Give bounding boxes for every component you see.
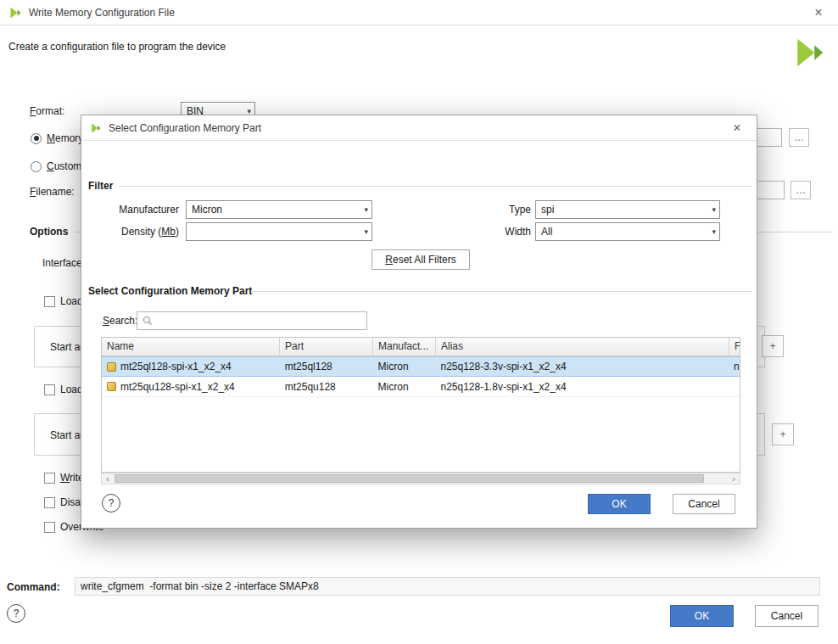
- table-row[interactable]: mt25ql128-spi-x1_x2_x4 mt25ql128 Micron …: [102, 356, 740, 377]
- xilinx-logo-icon: [8, 6, 22, 20]
- xilinx-logo: [792, 36, 826, 70]
- part-extra: n: [729, 357, 740, 376]
- density-dropdown[interactable]: ▾: [186, 222, 372, 241]
- scroll-left-icon[interactable]: ‹: [102, 473, 114, 484]
- type-label: Type: [480, 204, 531, 216]
- memory-part-icon: [107, 362, 116, 372]
- scrollbar-track[interactable]: [114, 473, 728, 484]
- memory-part-icon: [107, 382, 116, 391]
- main-dialog-title: Write Memory Configuration File: [29, 7, 175, 19]
- write-checkbox-row[interactable]: Write: [44, 472, 84, 484]
- width-dropdown[interactable]: All ▾: [535, 222, 720, 241]
- scroll-right-icon[interactable]: ›: [728, 473, 740, 484]
- add-file-button-2[interactable]: +: [772, 423, 794, 445]
- filename-label: Filename:: [30, 186, 75, 198]
- column-header-alias[interactable]: Alias: [436, 338, 729, 356]
- command-field[interactable]: write_cfgmem -format bin -size 2 -interf…: [75, 577, 820, 596]
- type-dropdown-value: spi: [541, 204, 708, 216]
- load-checkbox-label: Load: [60, 384, 83, 395]
- ok-button[interactable]: OK: [670, 605, 734, 627]
- density-label: Density (Mb): [98, 226, 179, 238]
- chevron-down-icon: ▾: [360, 227, 368, 236]
- interface-label: Interface: [42, 257, 82, 269]
- browse-memory-part-button[interactable]: …: [789, 128, 809, 147]
- part-dialog-title: Select Configuration Memory Part: [109, 122, 261, 134]
- write-memory-configuration-window: Write Memory Configuration File × Create…: [0, 0, 838, 644]
- close-icon[interactable]: ×: [726, 117, 748, 139]
- add-file-button-1[interactable]: +: [762, 335, 784, 357]
- help-button[interactable]: ?: [7, 604, 25, 623]
- part-dialog-titlebar: Select Configuration Memory Part ×: [81, 115, 757, 141]
- format-label: Format:: [30, 105, 64, 117]
- checkbox-unchecked-icon: [44, 384, 55, 395]
- command-label: Command:: [7, 581, 60, 593]
- table-header-row: Name Part Manufact... Alias F: [102, 338, 740, 356]
- column-header-name[interactable]: Name: [102, 338, 280, 356]
- part-alias: n25q128-3.3v-spi-x1_x2_x4: [435, 357, 729, 376]
- part-alias: n25q128-1.8v-spi-x1_x2_x4: [435, 377, 729, 396]
- radio-unselected-icon: [31, 161, 42, 172]
- checkbox-unchecked-icon: [44, 497, 55, 508]
- load-checkbox-label: Load: [60, 295, 83, 307]
- part-name: mt25qu128-spi-x1_x2_x4: [120, 381, 235, 393]
- manufacturer-dropdown[interactable]: Micron ▾: [186, 200, 372, 219]
- ok-button[interactable]: OK: [588, 494, 651, 514]
- part-number: mt25qu128: [280, 377, 373, 396]
- cancel-button[interactable]: Cancel: [755, 605, 818, 627]
- search-label: Search:: [103, 315, 137, 327]
- checkbox-unchecked-icon: [44, 473, 55, 484]
- chevron-down-icon: ▾: [708, 227, 716, 236]
- select-configuration-memory-part-dialog: Select Configuration Memory Part × Filte…: [81, 115, 757, 529]
- horizontal-scrollbar[interactable]: ‹ ›: [101, 473, 740, 484]
- disable-checkbox-label: Disa: [60, 496, 81, 508]
- load-bitstream-checkbox-row[interactable]: Load: [44, 295, 83, 307]
- checkbox-unchecked-icon: [44, 522, 55, 533]
- part-name: mt25ql128-spi-x1_x2_x4: [120, 361, 232, 372]
- part-manufacturer: Micron: [373, 357, 436, 376]
- scrollbar-thumb[interactable]: [115, 474, 704, 483]
- reset-all-filters-button[interactable]: Reset All Filters: [372, 249, 470, 270]
- select-part-section-label: Select Configuration Memory Part: [88, 285, 252, 297]
- column-header-manufacturer[interactable]: Manufact...: [373, 338, 436, 356]
- options-section-label: Options: [30, 226, 68, 238]
- part-manufacturer: Micron: [373, 377, 436, 396]
- column-header-family[interactable]: F: [729, 338, 740, 356]
- browse-filename-button[interactable]: …: [791, 181, 811, 199]
- table-row[interactable]: mt25qu128-spi-x1_x2_x4 mt25qu128 Micron …: [102, 377, 740, 397]
- memory-radio[interactable]: Memory: [31, 132, 83, 144]
- width-label: Width: [480, 226, 531, 238]
- manufacturer-dropdown-value: Micron: [192, 204, 360, 216]
- search-input[interactable]: [137, 311, 367, 330]
- close-icon[interactable]: ×: [807, 2, 830, 24]
- chevron-down-icon: ▾: [360, 205, 368, 214]
- manufacturer-label: Manufacturer: [98, 204, 179, 216]
- xilinx-logo-icon: [90, 122, 102, 134]
- memory-radio-label: Memory: [47, 132, 83, 144]
- column-header-part[interactable]: Part: [280, 338, 373, 356]
- part-extra: [729, 377, 740, 396]
- custom-radio-label: Custom: [47, 160, 81, 172]
- part-number: mt25ql128: [280, 357, 373, 376]
- chevron-down-icon: ▾: [708, 205, 716, 214]
- filter-divider: [119, 186, 751, 187]
- select-part-divider: [251, 291, 751, 292]
- checkbox-unchecked-icon: [44, 296, 55, 307]
- disable-checkbox-row[interactable]: Disa: [44, 496, 81, 508]
- cancel-button[interactable]: Cancel: [673, 494, 735, 514]
- custom-radio[interactable]: Custom: [31, 160, 81, 172]
- filter-section-label: Filter: [88, 180, 113, 192]
- main-dialog-subtitle: Create a configuration file to program t…: [8, 41, 226, 53]
- radio-selected-icon: [31, 133, 42, 144]
- type-dropdown[interactable]: spi ▾: [535, 200, 720, 219]
- width-dropdown-value: All: [541, 226, 708, 238]
- help-button[interactable]: ?: [102, 494, 120, 512]
- main-dialog-titlebar: Write Memory Configuration File ×: [0, 0, 838, 25]
- search-icon: [142, 316, 153, 326]
- memory-part-table: Name Part Manufact... Alias F mt25ql128-…: [101, 337, 740, 473]
- load-data-checkbox-row[interactable]: Load: [44, 384, 83, 395]
